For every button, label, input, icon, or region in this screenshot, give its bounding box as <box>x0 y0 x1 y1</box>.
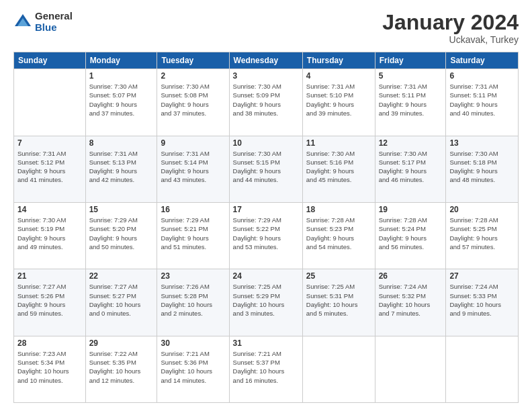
day-info: Sunrise: 7:30 AMSunset: 5:09 PMDaylight:… <box>233 82 299 118</box>
calendar-cell: 8Sunrise: 7:31 AMSunset: 5:13 PMDaylight… <box>85 136 157 202</box>
day-number: 5 <box>379 71 443 81</box>
title-block: January 2024 Uckavak, Turkey <box>382 11 519 45</box>
calendar-cell: 20Sunrise: 7:28 AMSunset: 5:25 PMDayligh… <box>446 202 519 269</box>
calendar-cell: 21Sunrise: 7:27 AMSunset: 5:26 PMDayligh… <box>14 269 86 336</box>
calendar-cell: 4Sunrise: 7:31 AMSunset: 5:10 PMDaylight… <box>302 69 375 136</box>
calendar-table: SundayMondayTuesdayWednesdayThursdayFrid… <box>13 52 519 403</box>
calendar-location: Uckavak, Turkey <box>382 34 519 45</box>
day-info: Sunrise: 7:21 AMSunset: 5:37 PMDaylight:… <box>233 349 299 385</box>
day-number: 25 <box>306 271 371 281</box>
calendar-cell: 10Sunrise: 7:30 AMSunset: 5:15 PMDayligh… <box>229 136 302 202</box>
day-number: 13 <box>449 138 515 148</box>
day-info: Sunrise: 7:24 AMSunset: 5:33 PMDaylight:… <box>449 282 515 318</box>
day-info: Sunrise: 7:25 AMSunset: 5:29 PMDaylight:… <box>233 282 299 318</box>
day-info: Sunrise: 7:25 AMSunset: 5:31 PMDaylight:… <box>306 282 371 318</box>
weekday-header-thursday: Thursday <box>302 52 375 69</box>
weekday-header-wednesday: Wednesday <box>229 52 302 69</box>
day-number: 8 <box>89 138 154 148</box>
calendar-cell: 6Sunrise: 7:31 AMSunset: 5:11 PMDaylight… <box>446 69 519 136</box>
day-number: 24 <box>233 271 299 281</box>
day-number: 31 <box>233 338 299 348</box>
calendar-cell: 17Sunrise: 7:29 AMSunset: 5:22 PMDayligh… <box>229 202 302 269</box>
day-info: Sunrise: 7:30 AMSunset: 5:08 PMDaylight:… <box>161 82 225 118</box>
day-number: 9 <box>161 138 225 148</box>
day-number: 22 <box>89 271 154 281</box>
calendar-cell <box>375 336 446 402</box>
day-number: 19 <box>379 205 443 214</box>
day-number: 11 <box>306 138 371 148</box>
day-number: 29 <box>89 338 154 348</box>
day-info: Sunrise: 7:29 AMSunset: 5:21 PMDaylight:… <box>161 216 225 251</box>
calendar-cell <box>302 336 375 402</box>
calendar-title: January 2024 <box>382 11 519 34</box>
calendar-week-4: 21Sunrise: 7:27 AMSunset: 5:26 PMDayligh… <box>14 269 519 336</box>
day-info: Sunrise: 7:30 AMSunset: 5:16 PMDaylight:… <box>306 149 371 185</box>
day-info: Sunrise: 7:29 AMSunset: 5:22 PMDaylight:… <box>233 216 299 251</box>
calendar-cell: 23Sunrise: 7:26 AMSunset: 5:28 PMDayligh… <box>157 269 229 336</box>
calendar-body: 1Sunrise: 7:30 AMSunset: 5:07 PMDaylight… <box>14 69 519 403</box>
header: General Blue January 2024 Uckavak, Turke… <box>13 11 519 45</box>
day-info: Sunrise: 7:22 AMSunset: 5:35 PMDaylight:… <box>89 349 154 385</box>
day-info: Sunrise: 7:27 AMSunset: 5:26 PMDaylight:… <box>17 282 82 318</box>
day-info: Sunrise: 7:28 AMSunset: 5:24 PMDaylight:… <box>379 216 443 251</box>
day-number: 2 <box>161 71 225 81</box>
day-info: Sunrise: 7:30 AMSunset: 5:17 PMDaylight:… <box>379 149 443 185</box>
calendar-cell: 5Sunrise: 7:31 AMSunset: 5:11 PMDaylight… <box>375 69 446 136</box>
logo-general-text: General <box>35 11 73 22</box>
day-info: Sunrise: 7:31 AMSunset: 5:14 PMDaylight:… <box>161 149 225 185</box>
day-info: Sunrise: 7:30 AMSunset: 5:19 PMDaylight:… <box>17 216 82 251</box>
day-info: Sunrise: 7:31 AMSunset: 5:11 PMDaylight:… <box>449 82 515 118</box>
weekday-header-friday: Friday <box>375 52 446 69</box>
calendar-cell: 2Sunrise: 7:30 AMSunset: 5:08 PMDaylight… <box>157 69 229 136</box>
day-info: Sunrise: 7:30 AMSunset: 5:07 PMDaylight:… <box>89 82 154 118</box>
day-info: Sunrise: 7:23 AMSunset: 5:34 PMDaylight:… <box>17 349 82 385</box>
day-number: 6 <box>449 71 515 81</box>
calendar-cell: 24Sunrise: 7:25 AMSunset: 5:29 PMDayligh… <box>229 269 302 336</box>
day-info: Sunrise: 7:26 AMSunset: 5:28 PMDaylight:… <box>161 282 225 318</box>
day-number: 17 <box>233 205 299 214</box>
logo-icon <box>13 13 32 32</box>
calendar-cell <box>14 69 86 136</box>
weekday-header-tuesday: Tuesday <box>157 52 229 69</box>
calendar-cell: 16Sunrise: 7:29 AMSunset: 5:21 PMDayligh… <box>157 202 229 269</box>
calendar-cell: 11Sunrise: 7:30 AMSunset: 5:16 PMDayligh… <box>302 136 375 202</box>
weekday-row: SundayMondayTuesdayWednesdayThursdayFrid… <box>14 52 519 69</box>
logo-blue-text: Blue <box>35 22 73 34</box>
day-number: 14 <box>17 205 82 214</box>
calendar-cell: 31Sunrise: 7:21 AMSunset: 5:37 PMDayligh… <box>229 336 302 402</box>
day-info: Sunrise: 7:29 AMSunset: 5:20 PMDaylight:… <box>89 216 154 251</box>
day-number: 12 <box>379 138 443 148</box>
calendar-cell: 15Sunrise: 7:29 AMSunset: 5:20 PMDayligh… <box>85 202 157 269</box>
day-info: Sunrise: 7:27 AMSunset: 5:27 PMDaylight:… <box>89 282 154 318</box>
calendar-header: SundayMondayTuesdayWednesdayThursdayFrid… <box>14 52 519 69</box>
day-number: 4 <box>306 71 371 81</box>
weekday-header-sunday: Sunday <box>14 52 86 69</box>
day-number: 1 <box>89 71 154 81</box>
calendar-cell: 9Sunrise: 7:31 AMSunset: 5:14 PMDaylight… <box>157 136 229 202</box>
calendar-week-3: 14Sunrise: 7:30 AMSunset: 5:19 PMDayligh… <box>14 202 519 269</box>
day-number: 3 <box>233 71 299 81</box>
logo: General Blue <box>13 11 73 33</box>
day-info: Sunrise: 7:24 AMSunset: 5:32 PMDaylight:… <box>379 282 443 318</box>
calendar-cell: 7Sunrise: 7:31 AMSunset: 5:12 PMDaylight… <box>14 136 86 202</box>
calendar-cell: 25Sunrise: 7:25 AMSunset: 5:31 PMDayligh… <box>302 269 375 336</box>
calendar-cell: 3Sunrise: 7:30 AMSunset: 5:09 PMDaylight… <box>229 69 302 136</box>
calendar-cell: 1Sunrise: 7:30 AMSunset: 5:07 PMDaylight… <box>85 69 157 136</box>
calendar-cell: 26Sunrise: 7:24 AMSunset: 5:32 PMDayligh… <box>375 269 446 336</box>
day-info: Sunrise: 7:28 AMSunset: 5:23 PMDaylight:… <box>306 216 371 251</box>
day-info: Sunrise: 7:30 AMSunset: 5:18 PMDaylight:… <box>449 149 515 185</box>
calendar-cell: 29Sunrise: 7:22 AMSunset: 5:35 PMDayligh… <box>85 336 157 402</box>
day-number: 30 <box>161 338 225 348</box>
calendar-week-1: 1Sunrise: 7:30 AMSunset: 5:07 PMDaylight… <box>14 69 519 136</box>
day-info: Sunrise: 7:31 AMSunset: 5:11 PMDaylight:… <box>379 82 443 118</box>
calendar-week-2: 7Sunrise: 7:31 AMSunset: 5:12 PMDaylight… <box>14 136 519 202</box>
day-info: Sunrise: 7:31 AMSunset: 5:10 PMDaylight:… <box>306 82 371 118</box>
day-info: Sunrise: 7:30 AMSunset: 5:15 PMDaylight:… <box>233 149 299 185</box>
day-number: 27 <box>449 271 515 281</box>
day-number: 7 <box>17 138 82 148</box>
logo-text: General Blue <box>35 11 73 33</box>
calendar-week-5: 28Sunrise: 7:23 AMSunset: 5:34 PMDayligh… <box>14 336 519 402</box>
day-number: 26 <box>379 271 443 281</box>
day-number: 15 <box>89 205 154 214</box>
calendar-cell: 14Sunrise: 7:30 AMSunset: 5:19 PMDayligh… <box>14 202 86 269</box>
